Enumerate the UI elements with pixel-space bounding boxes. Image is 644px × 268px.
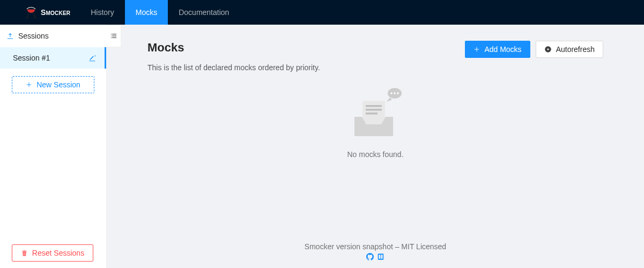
page-title: Mocks — [147, 41, 320, 55]
footer-links — [107, 253, 644, 260]
nav-history[interactable]: History — [80, 0, 125, 25]
app-header: Smocker History Mocks Documentation — [0, 0, 644, 25]
autorefresh-label: Autorefresh — [556, 45, 595, 54]
footer-text: Smocker version snapshot – MIT Licensed — [107, 242, 644, 251]
empty-state: No mocks found. — [147, 72, 603, 238]
sidebar-header: Sessions — [0, 25, 106, 47]
svg-point-10 — [394, 92, 395, 94]
add-mocks-label: Add Mocks — [484, 45, 521, 54]
nav-mocks[interactable]: Mocks — [125, 0, 168, 25]
trash-icon — [21, 250, 28, 257]
svg-line-0 — [27, 13, 29, 18]
sidebar-footer: Reset Sessions — [0, 238, 106, 268]
content-header: Mocks This is the list of declared mocks… — [147, 41, 603, 72]
page-actions: Add Mocks Autorefresh — [465, 41, 603, 58]
upload-icon[interactable] — [6, 32, 14, 40]
plus-icon — [473, 46, 480, 53]
title-wrap: Mocks This is the list of declared mocks… — [147, 41, 320, 72]
grill-icon — [26, 6, 36, 19]
page-description: This is the list of declared mocks order… — [147, 63, 320, 72]
sidebar-title: Sessions — [18, 32, 49, 40]
nav-documentation[interactable]: Documentation — [168, 0, 240, 25]
content: Mocks This is the list of declared mocks… — [107, 25, 644, 238]
svg-point-4 — [110, 34, 111, 34]
list-icon — [110, 32, 117, 40]
reset-sessions-label: Reset Sessions — [32, 249, 84, 257]
sidebar: Sessions Session #1 New Session — [0, 25, 107, 268]
empty-message: No mocks found. — [347, 150, 403, 159]
svg-rect-14 — [366, 109, 382, 111]
new-session-label: New Session — [36, 80, 80, 89]
svg-point-9 — [390, 92, 392, 94]
brand-name: Smocker — [41, 8, 70, 17]
session-list: Session #1 — [0, 47, 106, 69]
svg-point-11 — [397, 92, 398, 94]
nav-label: History — [91, 8, 114, 17]
session-item[interactable]: Session #1 — [0, 47, 106, 69]
svg-point-6 — [110, 38, 111, 38]
autorefresh-button[interactable]: Autorefresh — [536, 41, 603, 58]
svg-rect-13 — [366, 105, 382, 107]
svg-point-2 — [26, 17, 28, 19]
brand-logo[interactable]: Smocker — [0, 6, 80, 19]
nav-label: Mocks — [136, 8, 157, 17]
reset-sessions-button[interactable]: Reset Sessions — [12, 244, 93, 262]
play-circle-icon — [544, 46, 552, 53]
svg-point-3 — [34, 17, 36, 19]
edit-icon[interactable] — [88, 54, 96, 62]
github-icon[interactable] — [366, 253, 374, 260]
nav-label: Documentation — [179, 8, 229, 17]
svg-rect-15 — [366, 113, 377, 115]
app-layout: Sessions Session #1 New Session — [0, 25, 644, 268]
empty-inbox-icon — [346, 86, 405, 139]
plus-icon — [26, 81, 32, 88]
main-content: Mocks This is the list of declared mocks… — [107, 25, 644, 268]
footer: Smocker version snapshot – MIT Licensed — [107, 238, 644, 268]
new-session-button[interactable]: New Session — [12, 76, 94, 93]
main-nav: History Mocks Documentation — [80, 0, 240, 25]
svg-point-5 — [110, 35, 111, 36]
session-name: Session #1 — [13, 54, 50, 62]
sidebar-toggle-button[interactable] — [106, 25, 121, 47]
book-icon[interactable] — [377, 253, 384, 260]
add-mocks-button[interactable]: Add Mocks — [465, 41, 530, 58]
svg-line-1 — [34, 13, 35, 18]
